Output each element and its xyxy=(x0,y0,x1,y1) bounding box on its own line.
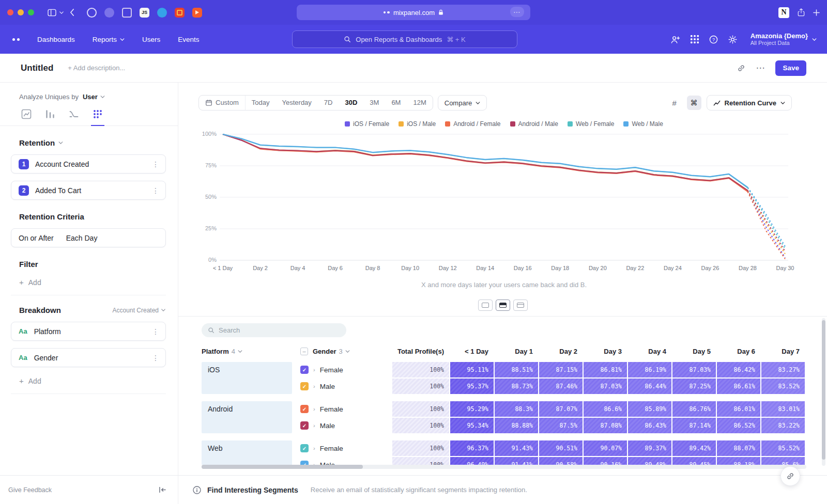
gender-cell[interactable]: ✓›Female xyxy=(293,362,391,377)
expand-chevron-icon[interactable]: › xyxy=(313,406,315,412)
retention-value-cell[interactable]: 88.73% xyxy=(495,379,538,394)
column-header-gender[interactable]: – Gender 3 xyxy=(293,348,391,355)
breakdown-property-label[interactable]: Platform xyxy=(34,327,61,336)
gender-cell[interactable]: ✓›Male xyxy=(293,379,391,394)
more-actions-icon[interactable]: ⋯ xyxy=(756,62,765,73)
breakdown-property-label[interactable]: Gender xyxy=(34,354,58,362)
package-extension-icon[interactable] xyxy=(122,8,132,18)
notion-extension-icon[interactable]: N xyxy=(778,7,789,18)
expand-chevron-icon[interactable]: › xyxy=(313,422,315,429)
scrollbar-thumb[interactable] xyxy=(822,320,825,460)
view-split-button[interactable] xyxy=(496,300,510,311)
nav-item-reports[interactable]: Reports xyxy=(93,36,125,43)
fullscreen-window-icon[interactable] xyxy=(28,9,34,15)
retention-value-cell[interactable]: 86.76% xyxy=(672,401,716,417)
mixpanel-logo[interactable] xyxy=(12,38,20,41)
retention-value-cell[interactable]: 87.03% xyxy=(672,362,716,377)
gender-cell[interactable]: ✓›Male xyxy=(293,457,391,465)
retention-value-cell[interactable]: 88.51% xyxy=(495,362,538,377)
retention-value-cell[interactable]: 89.48% xyxy=(628,457,671,465)
retention-value-cell[interactable]: 87.14% xyxy=(672,418,716,433)
retention-value-cell[interactable]: 91.43% xyxy=(495,440,538,456)
extension-icon[interactable] xyxy=(157,8,167,18)
legend-item[interactable]: Web / Female xyxy=(568,120,614,128)
retention-value-cell[interactable]: 89.45% xyxy=(672,457,716,465)
apps-grid-icon[interactable] xyxy=(691,35,699,43)
legend-item[interactable]: iOS / Male xyxy=(399,120,436,128)
date-range-3m[interactable]: 3M xyxy=(363,96,385,110)
retention-value-cell[interactable]: 88.3% xyxy=(495,401,538,417)
expand-chevron-icon[interactable]: › xyxy=(313,445,315,451)
timer-extension-icon[interactable] xyxy=(87,8,97,18)
retention-value-cell[interactable]: 90.07% xyxy=(584,440,627,456)
analyze-entity[interactable]: User xyxy=(83,93,98,101)
compare-button[interactable]: Compare xyxy=(438,95,487,111)
gender-cell[interactable]: ✓›Female xyxy=(293,401,391,417)
kebab-menu-icon[interactable]: ⋮ xyxy=(152,354,159,362)
back-icon[interactable] xyxy=(70,9,74,16)
breakdown-card-platform[interactable]: Aa Platform ⋮ xyxy=(11,322,166,341)
chart-type-button[interactable]: Retention Curve xyxy=(707,95,792,111)
legend-item[interactable]: iOS / Female xyxy=(345,120,389,128)
retention-value-cell[interactable]: 95.11% xyxy=(450,362,494,377)
horizontal-scrollbar[interactable] xyxy=(202,465,806,469)
retention-value-cell[interactable]: 96.49% xyxy=(450,457,494,465)
platform-cell[interactable]: Web xyxy=(202,440,292,465)
add-filter-button[interactable]: + Add xyxy=(19,278,165,287)
gender-cell[interactable]: ✓›Male xyxy=(293,418,391,433)
retention-value-cell[interactable]: 87.07% xyxy=(539,401,583,417)
platform-cell[interactable]: Android xyxy=(202,401,292,433)
invite-user-icon[interactable] xyxy=(670,35,680,44)
retention-value-cell[interactable]: 85.52% xyxy=(761,440,805,456)
analyze-uniques-row[interactable]: Analyze Uniques by User xyxy=(19,93,165,101)
retention-value-cell[interactable]: 89.37% xyxy=(628,440,671,456)
column-header-day[interactable]: < 1 Day xyxy=(450,348,494,355)
retention-value-cell[interactable]: 86.61% xyxy=(717,379,760,394)
column-header-platform[interactable]: Platform 4 xyxy=(202,348,292,355)
retention-value-cell[interactable]: 86.19% xyxy=(628,362,671,377)
retention-value-cell[interactable]: 90.58% xyxy=(539,457,583,465)
retention-value-cell[interactable]: 86.44% xyxy=(628,379,671,394)
legend-item[interactable]: Android / Female xyxy=(445,120,500,128)
retention-value-cell[interactable]: 86.6% xyxy=(584,401,627,417)
select-all-checkbox[interactable]: – xyxy=(300,348,308,355)
retention-value-cell[interactable]: 86.81% xyxy=(584,362,627,377)
breakdown-context-selector[interactable]: Account Created xyxy=(113,307,165,314)
row-checkbox[interactable]: ✓ xyxy=(300,366,309,374)
retention-value-cell[interactable]: 95.37% xyxy=(450,379,494,394)
row-checkbox[interactable]: ✓ xyxy=(300,405,309,413)
retention-value-cell[interactable]: 85.89% xyxy=(628,401,671,417)
retention-value-cell[interactable]: 88.18% xyxy=(717,457,760,465)
retention-value-cell[interactable]: 83.01% xyxy=(761,401,805,417)
column-header-day[interactable]: Day 7 xyxy=(761,348,805,355)
date-range-yesterday[interactable]: Yesterday xyxy=(276,96,318,110)
collapse-sidebar-icon[interactable] xyxy=(159,486,166,493)
tab-insights[interactable] xyxy=(20,109,33,125)
kebab-menu-icon[interactable]: ⋮ xyxy=(152,160,159,168)
expand-chevron-icon[interactable]: › xyxy=(313,383,315,389)
column-header-day[interactable]: Day 6 xyxy=(717,348,760,355)
find-segments-title[interactable]: Find Interesting Segments xyxy=(207,486,298,494)
retention-value-cell[interactable]: 87.46% xyxy=(539,379,583,394)
help-icon[interactable]: ? xyxy=(709,35,718,44)
row-checkbox[interactable]: ✓ xyxy=(300,444,309,452)
table-search[interactable] xyxy=(202,323,346,337)
retention-chart[interactable] xyxy=(220,130,788,263)
retention-value-cell[interactable]: 88.88% xyxy=(495,418,538,433)
row-checkbox[interactable]: ✓ xyxy=(300,382,309,390)
retention-value-cell[interactable]: 86.01% xyxy=(717,401,760,417)
date-range-30d[interactable]: 30D xyxy=(339,96,363,110)
extension-icon[interactable] xyxy=(104,8,114,18)
command-menu-icon[interactable]: ⌘ xyxy=(687,96,701,110)
retention-value-cell[interactable]: 95.29% xyxy=(450,401,494,417)
give-feedback-link[interactable]: Give Feedback xyxy=(8,486,52,494)
date-range-7d[interactable]: 7D xyxy=(318,96,339,110)
nav-item-events[interactable]: Events xyxy=(178,36,199,43)
retention-value-cell[interactable]: 88.07% xyxy=(717,440,760,456)
breakdown-card-gender[interactable]: Aa Gender ⋮ xyxy=(11,348,166,367)
retention-value-cell[interactable]: 86.43% xyxy=(628,418,671,433)
gender-cell[interactable]: ✓›Female xyxy=(293,440,391,456)
step-card-b[interactable]: 2 Added To Cart ⋮ xyxy=(11,181,166,200)
browser-sidebar-toggle-icon[interactable] xyxy=(48,9,56,17)
save-button[interactable]: Save xyxy=(775,60,806,76)
